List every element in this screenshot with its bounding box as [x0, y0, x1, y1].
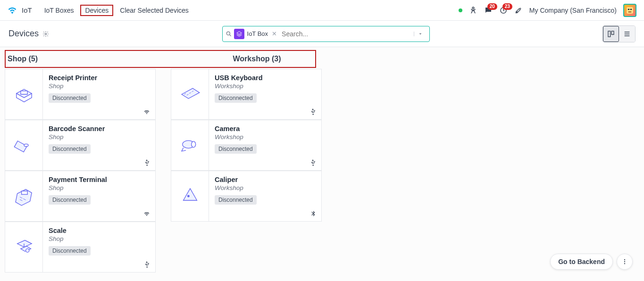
device-status-pill: Disconnected: [215, 144, 257, 154]
device-icon-keyboard: [171, 69, 209, 119]
svg-point-14: [191, 141, 195, 148]
nav-devices[interactable]: Devices: [80, 5, 113, 16]
device-icon-printer: [5, 69, 43, 119]
nav-clear-selected[interactable]: Clear Selected Devices: [115, 5, 193, 16]
svg-point-12: [25, 249, 29, 252]
search-dropdown-toggle[interactable]: [414, 32, 427, 36]
tools-icon[interactable]: [514, 6, 523, 15]
svg-point-7: [226, 32, 230, 35]
list-view-button[interactable]: [619, 26, 635, 42]
svg-rect-11: [21, 191, 27, 194]
presence-indicator: [459, 8, 462, 12]
nav-iot-boxes[interactable]: IoT Boxes: [40, 5, 79, 16]
device-icon-scale: [5, 222, 43, 272]
device-location: Workshop: [215, 83, 316, 90]
user-avatar[interactable]: [623, 4, 636, 17]
device-status-pill: Disconnected: [215, 93, 257, 103]
device-status-pill: Disconnected: [49, 93, 91, 103]
group-headers-highlight: Shop (5) Workshop (3): [5, 50, 316, 68]
svg-point-0: [472, 7, 474, 8]
device-card[interactable]: Caliper Workshop Disconnected: [171, 171, 322, 222]
settings-gear-icon[interactable]: [42, 31, 49, 37]
top-nav-bar: IoT IoT Boxes Devices Clear Selected Dev…: [0, 0, 644, 21]
svg-point-6: [45, 33, 47, 35]
svg-rect-2: [627, 7, 633, 13]
control-bar: Devices IoT Box ✕: [0, 21, 644, 47]
device-name: Camera: [215, 125, 316, 132]
device-name: Barcode Scanner: [49, 125, 150, 132]
device-location: Shop: [49, 83, 150, 90]
wifi-icon: [143, 108, 151, 116]
device-status-pill: Disconnected: [215, 195, 257, 205]
search-icon: [226, 31, 232, 37]
device-location: Shop: [49, 184, 150, 191]
device-card[interactable]: USB Keyboard Workshop Disconnected: [171, 69, 322, 120]
activities-icon[interactable]: 23: [499, 6, 508, 15]
device-location: Workshop: [215, 133, 316, 140]
svg-point-15: [187, 195, 189, 197]
kanban-content: Shop (5) Workshop (3) Receipt Printer Sh…: [0, 47, 644, 281]
device-status-pill: Disconnected: [49, 246, 91, 256]
kanban-column-workshop: USB Keyboard Workshop Disconnected Camer…: [171, 69, 322, 273]
device-card[interactable]: Camera Workshop Disconnected: [171, 120, 322, 171]
device-location: Shop: [49, 235, 150, 242]
floating-actions: Go to Backend: [550, 254, 633, 270]
device-icon-terminal: [5, 171, 43, 221]
device-status-pill: Disconnected: [49, 195, 91, 205]
svg-point-17: [624, 261, 625, 262]
chip-remove[interactable]: ✕: [270, 30, 279, 37]
go-to-backend-button[interactable]: Go to Backend: [550, 254, 613, 270]
more-actions-button[interactable]: [617, 254, 633, 270]
device-icon-scanner: [5, 120, 43, 170]
svg-rect-8: [608, 31, 611, 37]
search-filter-chip: IoT Box ✕: [234, 29, 279, 39]
svg-rect-4: [630, 8, 632, 10]
usb-icon: [309, 159, 317, 166]
device-name: Receipt Printer: [49, 74, 150, 82]
svg-point-10: [24, 144, 28, 146]
device-location: Shop: [49, 133, 150, 140]
device-name: Caliper: [215, 176, 316, 183]
view-switcher: [602, 25, 636, 42]
messages-icon[interactable]: 20: [484, 6, 493, 15]
group-header-workshop[interactable]: Workshop (3): [173, 51, 341, 67]
activities-badge: 23: [502, 3, 512, 10]
device-location: Workshop: [215, 184, 316, 191]
app-name: IoT: [22, 6, 32, 14]
kanban-view-button[interactable]: [603, 26, 619, 42]
usb-icon: [309, 108, 317, 116]
group-header-shop[interactable]: Shop (5): [6, 51, 173, 67]
device-icon-camera: [171, 120, 209, 170]
device-name: USB Keyboard: [215, 74, 316, 82]
search-box[interactable]: IoT Box ✕: [222, 26, 430, 42]
bluetooth-icon: [310, 210, 317, 217]
svg-point-18: [624, 263, 625, 264]
kanban-column-shop: Receipt Printer Shop Disconnected Barcod…: [5, 69, 156, 273]
page-title: Devices: [8, 29, 39, 39]
search-input[interactable]: [279, 30, 413, 38]
device-card[interactable]: Scale Shop Disconnected: [5, 222, 156, 273]
device-icon-caliper: [171, 171, 209, 221]
svg-rect-9: [611, 31, 614, 34]
layers-icon: [234, 29, 244, 39]
usb-icon: [143, 261, 151, 268]
usb-icon: [143, 159, 151, 166]
wifi-icon: [143, 210, 151, 217]
debug-icon[interactable]: [469, 6, 477, 15]
company-selector[interactable]: My Company (San Francisco): [529, 7, 617, 14]
svg-rect-3: [628, 8, 629, 10]
device-card[interactable]: Payment Terminal Shop Disconnected: [5, 171, 156, 222]
app-logo-icon: [8, 6, 17, 15]
device-status-pill: Disconnected: [49, 144, 91, 154]
chip-label: IoT Box: [247, 30, 268, 37]
device-name: Scale: [49, 227, 150, 234]
messages-badge: 20: [487, 3, 497, 10]
svg-rect-5: [628, 11, 632, 12]
svg-point-16: [624, 259, 625, 260]
device-card[interactable]: Barcode Scanner Shop Disconnected: [5, 120, 156, 171]
device-card[interactable]: Receipt Printer Shop Disconnected: [5, 69, 156, 120]
device-name: Payment Terminal: [49, 176, 150, 183]
